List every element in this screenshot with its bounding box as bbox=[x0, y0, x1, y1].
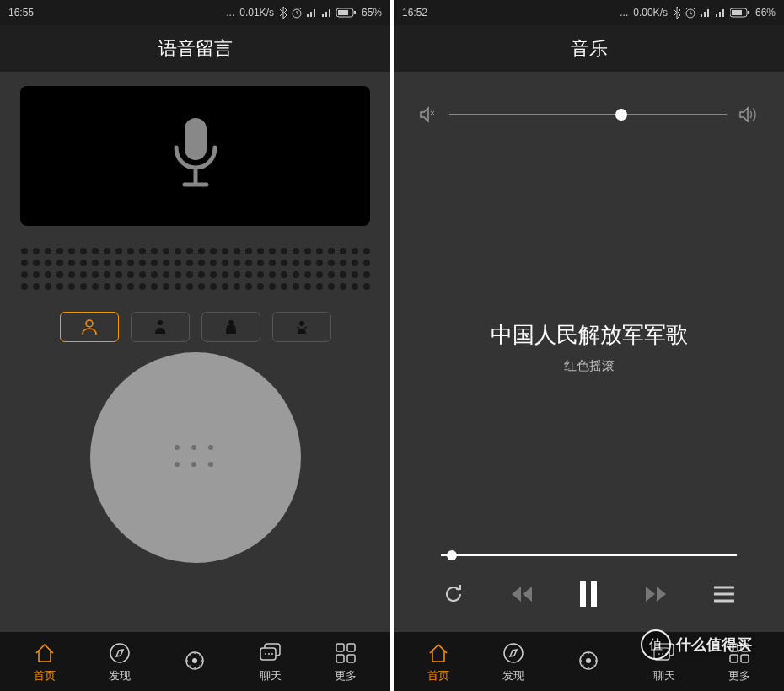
voice-memo-content bbox=[0, 72, 390, 632]
progress-thumb[interactable] bbox=[447, 550, 457, 560]
avatar-tabs bbox=[0, 312, 390, 342]
svg-rect-20 bbox=[347, 655, 355, 662]
repeat-icon bbox=[442, 582, 465, 606]
playlist-button[interactable] bbox=[712, 585, 736, 603]
nav-label: 发现 bbox=[502, 668, 524, 683]
status-time: 16:52 bbox=[402, 7, 427, 19]
svg-point-29 bbox=[586, 658, 591, 663]
compass-icon bbox=[502, 641, 525, 665]
progress-slider[interactable] bbox=[441, 554, 737, 556]
music-content: 中国人民解放军军歌 红色摇滚 bbox=[394, 72, 784, 632]
sun-icon bbox=[576, 648, 601, 673]
nav-chat[interactable]: 聊天 bbox=[257, 640, 284, 683]
sun-icon bbox=[182, 648, 207, 673]
forward-icon bbox=[644, 585, 668, 603]
svg-rect-25 bbox=[580, 581, 586, 607]
signal-icon bbox=[715, 8, 727, 18]
phone-right: 16:52 ... 0.00K/s 66% 音乐 bbox=[394, 0, 784, 691]
grid-icon bbox=[728, 642, 750, 664]
record-button[interactable] bbox=[90, 352, 301, 563]
previous-button[interactable] bbox=[510, 585, 534, 603]
person-icon bbox=[79, 317, 99, 337]
svg-rect-23 bbox=[748, 11, 749, 14]
nav-label: 首页 bbox=[427, 668, 449, 683]
progress-area bbox=[394, 554, 784, 573]
bottom-nav: 首页 发现 聊天 更多 bbox=[394, 632, 784, 691]
status-time: 16:55 bbox=[8, 7, 34, 19]
chat-icon bbox=[258, 641, 283, 665]
svg-rect-37 bbox=[730, 655, 738, 662]
compass-icon bbox=[108, 641, 132, 665]
volume-control bbox=[394, 72, 784, 140]
net-speed: 0.01K/s bbox=[239, 7, 274, 19]
svg-point-34 bbox=[665, 653, 667, 655]
svg-point-6 bbox=[158, 320, 163, 325]
svg-rect-35 bbox=[730, 644, 738, 651]
man-icon bbox=[150, 317, 170, 337]
avatar-tab-woman[interactable] bbox=[201, 312, 260, 342]
song-artist: 红色摇滚 bbox=[564, 358, 615, 374]
bottom-nav: 首页 发现 聊天 更多 bbox=[0, 632, 390, 691]
play-pause-button[interactable] bbox=[578, 581, 599, 607]
avatar-tab-man[interactable] bbox=[131, 312, 190, 342]
signal-icon bbox=[306, 8, 318, 18]
status-bar: 16:52 ... 0.00K/s 66% bbox=[394, 0, 784, 25]
nav-discover[interactable]: 发现 bbox=[500, 640, 527, 683]
volume-up-button[interactable] bbox=[738, 106, 759, 123]
list-icon bbox=[712, 585, 736, 603]
alarm-icon bbox=[685, 7, 696, 19]
speaker-grille bbox=[17, 239, 373, 298]
svg-point-14 bbox=[265, 653, 266, 655]
svg-point-16 bbox=[271, 653, 273, 655]
rewind-icon bbox=[510, 585, 534, 603]
nav-home[interactable]: 首页 bbox=[425, 640, 452, 683]
page-title: 音乐 bbox=[571, 36, 608, 62]
volume-thumb[interactable] bbox=[615, 109, 627, 121]
chat-icon bbox=[652, 641, 677, 665]
bluetooth-icon bbox=[673, 7, 681, 19]
svg-point-9 bbox=[110, 644, 129, 662]
app-header: 音乐 bbox=[394, 25, 784, 72]
battery-percent: 65% bbox=[362, 7, 382, 19]
nav-label: 首页 bbox=[34, 668, 56, 683]
bluetooth-icon bbox=[279, 7, 287, 19]
phone-left: 16:55 ... 0.01K/s 65% 语音留言 bbox=[0, 0, 390, 691]
avatar-tab-user[interactable] bbox=[60, 312, 119, 342]
grid-icon bbox=[335, 642, 357, 664]
battery-icon bbox=[730, 8, 750, 18]
nav-discover[interactable]: 发现 bbox=[106, 640, 133, 683]
song-info: 中国人民解放军军歌 红色摇滚 bbox=[394, 140, 784, 554]
nav-label: 聊天 bbox=[260, 668, 282, 683]
volume-mute-button[interactable] bbox=[419, 106, 438, 123]
svg-rect-3 bbox=[338, 10, 348, 15]
nav-more[interactable]: 更多 bbox=[726, 640, 753, 683]
battery-percent: 66% bbox=[755, 7, 776, 19]
avatar-tab-child[interactable] bbox=[272, 312, 331, 342]
svg-rect-18 bbox=[347, 644, 355, 651]
svg-rect-17 bbox=[336, 644, 344, 651]
svg-rect-26 bbox=[591, 581, 597, 607]
status-bar: 16:55 ... 0.01K/s 65% bbox=[0, 0, 390, 25]
nav-brightness[interactable] bbox=[575, 647, 602, 676]
svg-point-27 bbox=[504, 644, 523, 662]
volume-slider[interactable] bbox=[449, 114, 727, 115]
next-button[interactable] bbox=[644, 585, 668, 603]
playback-controls bbox=[394, 573, 784, 632]
nav-home[interactable]: 首页 bbox=[31, 640, 58, 683]
svg-point-8 bbox=[299, 321, 304, 326]
woman-icon bbox=[221, 317, 241, 337]
svg-rect-2 bbox=[354, 11, 356, 14]
child-icon bbox=[292, 317, 312, 337]
page-title: 语音留言 bbox=[158, 36, 233, 62]
pause-icon bbox=[578, 581, 599, 607]
svg-point-11 bbox=[192, 658, 197, 663]
nav-brightness[interactable] bbox=[181, 647, 208, 676]
alarm-icon bbox=[291, 7, 303, 19]
svg-point-33 bbox=[662, 653, 663, 655]
status-right: ... 0.00K/s 66% bbox=[620, 7, 776, 19]
nav-chat[interactable]: 聊天 bbox=[651, 640, 678, 683]
repeat-button[interactable] bbox=[442, 582, 465, 606]
app-header: 语音留言 bbox=[0, 25, 390, 72]
nav-more[interactable]: 更多 bbox=[332, 640, 359, 683]
nav-label: 更多 bbox=[728, 668, 750, 683]
